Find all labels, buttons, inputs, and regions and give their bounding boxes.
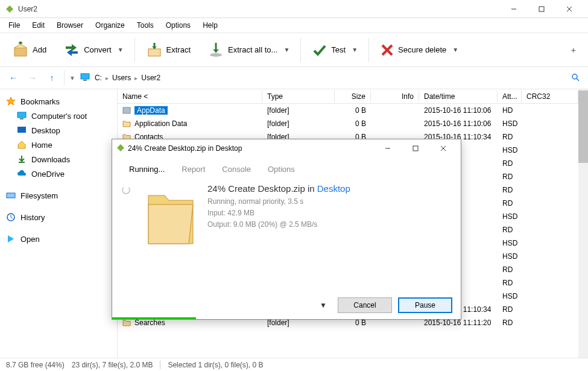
breadcrumb-drive[interactable]: C: — [95, 74, 102, 82]
column-info[interactable]: Info — [371, 90, 419, 103]
nav-forward-button[interactable]: → — [25, 73, 40, 83]
dialog-tab-console[interactable]: Console — [213, 161, 259, 177]
extract-all-label: Extract all to... — [228, 45, 277, 54]
menu-options[interactable]: Options — [161, 20, 195, 31]
nav-back-button[interactable]: ← — [6, 73, 21, 83]
window-maximize-button[interactable] — [528, 0, 555, 18]
svg-rect-9 — [81, 74, 89, 79]
breadcrumb-users[interactable]: Users — [112, 74, 131, 82]
dialog-tab-options[interactable]: Options — [259, 161, 303, 177]
dialog-pause-button[interactable]: Pause — [398, 297, 452, 313]
table-header: Name < Type Size Info Date/time Att... C… — [118, 89, 578, 104]
svg-point-6 — [210, 53, 222, 57]
dialog-minimize-button[interactable] — [374, 139, 402, 157]
column-crc[interactable]: CRC32 — [522, 90, 578, 103]
breadcrumb-root-caret-icon[interactable]: ▼ — [69, 75, 75, 81]
dialog-maximize-button[interactable] — [402, 139, 429, 157]
dialog-heading-text: 24% Create Desktop.zip in — [207, 183, 317, 194]
menu-browser[interactable]: Browser — [52, 20, 88, 31]
nav-up-button[interactable]: ↑ — [45, 73, 59, 83]
menu-tools[interactable]: Tools — [132, 20, 159, 31]
cell-crc — [522, 268, 578, 271]
cell-att: RD — [498, 317, 522, 328]
dialog-tab-running[interactable]: Running... — [121, 161, 173, 177]
dialog-tab-report[interactable]: Report — [173, 161, 213, 177]
secure-delete-button[interactable]: Secure delete ▼ — [374, 39, 464, 61]
table-row[interactable]: Application Data[folder]0 B2015-10-16 11… — [118, 117, 578, 130]
column-name[interactable]: Name < — [118, 90, 262, 103]
svg-line-12 — [577, 78, 579, 81]
sidebar-item-label: Computer's root — [31, 112, 87, 121]
test-button[interactable]: Test ▼ — [306, 39, 364, 62]
extract-all-caret-icon[interactable]: ▼ — [283, 46, 289, 53]
table-row[interactable]: AppData[folder]0 B2015-10-16 11:10:06HD — [118, 104, 578, 117]
cell-info — [371, 122, 419, 125]
sidebar-item-onedrive[interactable]: OneDrive — [2, 166, 115, 181]
menu-edit[interactable]: Edit — [27, 20, 49, 31]
status-selected: Selected 1 dir(s), 0 file(s), 0 B — [160, 361, 263, 369]
sidebar-item-label: OneDrive — [31, 170, 65, 179]
convert-button[interactable]: Convert ▼ — [57, 38, 129, 62]
progress-dialog: 24% Create Desktop.zip in Desktop Runnin… — [112, 139, 461, 320]
sidebar-item-desktop[interactable]: Desktop — [2, 123, 115, 138]
dialog-heading-link[interactable]: Desktop — [317, 183, 350, 194]
search-button[interactable] — [569, 71, 582, 86]
cell-crc — [522, 176, 578, 178]
vertical-scrollbar[interactable] — [578, 89, 588, 358]
cell-att: RD — [498, 158, 522, 169]
sidebar-item-computers-root[interactable]: Computer's root — [2, 109, 115, 123]
convert-label: Convert — [84, 45, 112, 54]
cell-att: RD — [498, 224, 522, 235]
sidebar-bookmarks[interactable]: Bookmarks — [2, 94, 115, 109]
cell-att: RD — [498, 198, 522, 209]
extract-all-button[interactable]: Extract all to... ▼ — [201, 38, 296, 62]
sidebar-item-downloads[interactable]: Downloads — [2, 152, 115, 166]
svg-rect-14 — [20, 118, 24, 119]
column-type[interactable]: Type — [262, 90, 335, 103]
toolbar-separator — [300, 38, 301, 62]
desktop-icon — [17, 125, 27, 135]
dialog-progress-bar — [112, 317, 196, 319]
cell-att: HD — [498, 105, 522, 116]
extract-button[interactable]: Extract — [140, 38, 197, 62]
dialog-titlebar[interactable]: 24% Create Desktop.zip in Desktop — [112, 139, 461, 157]
download-icon — [17, 154, 27, 164]
menubar: File Edit Browser Organize Tools Options… — [0, 18, 588, 33]
menu-organize[interactable]: Organize — [90, 20, 130, 31]
menu-file[interactable]: File — [4, 20, 25, 31]
menu-help[interactable]: Help — [198, 20, 223, 31]
window-close-button[interactable] — [555, 0, 583, 18]
cell-crc — [522, 322, 578, 324]
monitor-icon — [17, 111, 27, 121]
clock-icon — [6, 212, 16, 222]
spinner-icon — [122, 186, 130, 194]
play-icon — [6, 234, 16, 244]
svg-point-11 — [572, 74, 577, 79]
add-button[interactable]: Add — [6, 38, 52, 62]
secure-delete-caret-icon[interactable]: ▼ — [452, 46, 458, 53]
column-date[interactable]: Date/time — [419, 90, 498, 103]
app-icon — [5, 4, 14, 14]
dialog-cancel-button[interactable]: Cancel — [338, 297, 392, 313]
dialog-more-caret-icon[interactable]: ▼ — [315, 299, 332, 312]
breadcrumb-user2[interactable]: User2 — [141, 74, 160, 82]
monitor-icon[interactable] — [80, 72, 90, 84]
sidebar-filesystem[interactable]: Filesystem — [2, 188, 115, 203]
cell-name: AppData — [118, 105, 262, 116]
test-caret-icon[interactable]: ▼ — [352, 46, 358, 53]
cell-crc — [522, 189, 578, 191]
sidebar-history[interactable]: History — [2, 210, 115, 224]
dialog-close-button[interactable] — [429, 139, 457, 157]
column-size[interactable]: Size — [335, 90, 371, 103]
cell-crc — [522, 255, 578, 258]
toolbar-add-more-button[interactable]: + — [565, 42, 582, 59]
svg-rect-13 — [17, 112, 26, 118]
svg-rect-1 — [539, 7, 544, 11]
scrollbar-thumb[interactable] — [578, 90, 588, 163]
sidebar-open[interactable]: Open — [2, 232, 115, 246]
cell-att: RD — [498, 264, 522, 275]
column-att[interactable]: Att... — [498, 90, 522, 103]
convert-caret-icon[interactable]: ▼ — [118, 46, 124, 53]
window-minimize-button[interactable] — [500, 0, 528, 18]
sidebar-item-home[interactable]: Home — [2, 138, 115, 152]
